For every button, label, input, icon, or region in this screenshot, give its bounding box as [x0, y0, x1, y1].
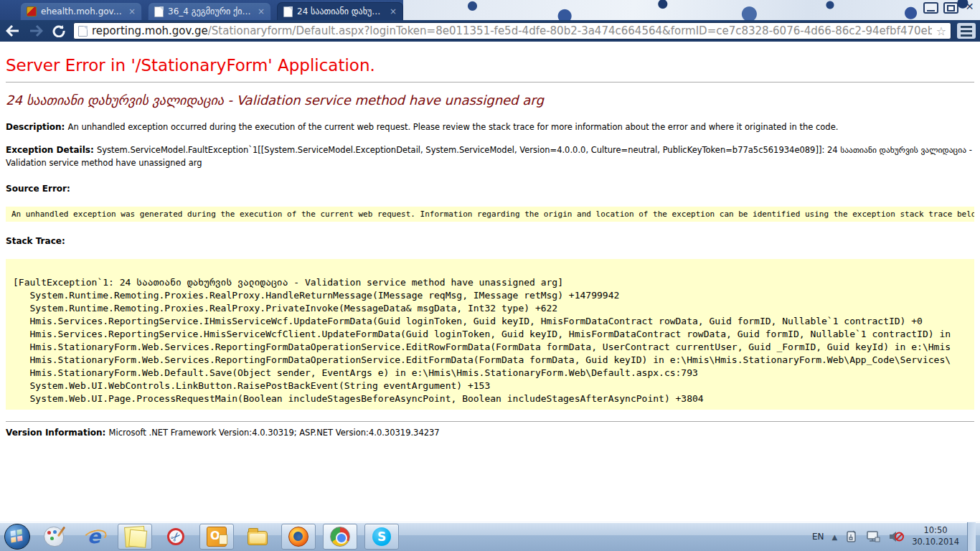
system-tray: EN ▲ 10:50 30.10.2014	[812, 522, 979, 551]
skype-icon: S	[372, 527, 391, 546]
source-error-heading: Source Error:	[6, 179, 974, 197]
url-host: reporting.moh.gov.ge	[92, 24, 208, 37]
restore-button[interactable]	[943, 2, 958, 14]
internet-explorer-icon: e	[85, 527, 103, 546]
tab-24h-closure-active[interactable]: 24 საათიანი დახურვის ვ ×	[277, 2, 403, 20]
page-icon	[283, 6, 293, 17]
reload-icon[interactable]	[50, 23, 67, 39]
tab-strip: ehealth.moh.gov.ge/Hmis × 36_4 გეგმიური …	[0, 0, 980, 20]
clock-date: 30.10.2014	[912, 537, 959, 548]
taskbar-clock[interactable]: 10:50 30.10.2014	[912, 525, 959, 547]
window-frame-wallpaper	[403, 0, 980, 20]
taskbar-apps: e S	[1, 524, 399, 550]
window-controls: ✕	[923, 2, 976, 14]
description-label: Description:	[6, 122, 68, 132]
error-message-subtitle: 24 საათიანი დახურვის ვალიდაცია - Validat…	[6, 93, 974, 108]
taskbar-snipping-tool-button[interactable]	[159, 524, 192, 549]
windows-taskbar: e S EN ▲ 10:50 30.10.2014	[0, 522, 980, 551]
language-indicator[interactable]: EN	[812, 532, 824, 542]
exception-details-paragraph: Exception Details: System.ServiceModel.F…	[6, 143, 974, 169]
tab-title: ehealth.moh.gov.ge/Hmis	[41, 6, 124, 17]
windows-explorer-icon	[248, 531, 268, 545]
page-icon	[154, 6, 164, 17]
clock-time: 10:50	[912, 525, 959, 537]
tab-close-icon[interactable]: ×	[128, 6, 136, 17]
version-text: Microsoft .NET Framework Version:4.0.303…	[109, 428, 440, 438]
chrome-menu-icon[interactable]	[957, 23, 976, 39]
description-paragraph: Description: An unhandled exception occu…	[6, 121, 974, 133]
url-path-query: /Stationaryform/Default.aspx?loginToken=…	[208, 24, 932, 37]
stack-trace-box: [FaultException`1: 24 საათიანი დახურვის …	[6, 259, 974, 410]
tab-surgery-form[interactable]: 36_4 გეგმიური ქირურგი ×	[148, 2, 271, 20]
taskbar-chrome-button[interactable]	[323, 524, 357, 550]
version-information: Version Information: Microsoft .NET Fram…	[6, 428, 974, 438]
firefox-icon	[288, 527, 308, 547]
stack-trace-heading: Stack Trace:	[6, 232, 974, 249]
network-icon[interactable]	[866, 530, 880, 543]
taskbar-firefox-button[interactable]	[281, 524, 316, 550]
browser-toolbar: reporting.moh.gov.ge/Stationaryform/Defa…	[0, 20, 980, 42]
tab-close-icon[interactable]: ×	[390, 6, 397, 17]
show-desktop-button[interactable]	[967, 522, 976, 551]
taskbar-outlook-button[interactable]	[199, 524, 234, 550]
minimize-button[interactable]	[923, 2, 938, 14]
exception-details-label: Exception Details:	[6, 145, 97, 155]
taskbar-skype-button[interactable]: S	[364, 524, 399, 550]
url-bar[interactable]: reporting.moh.gov.ge/Stationaryform/Defa…	[73, 22, 951, 39]
web-page-content: Server Error in '/StationaryForm' Applic…	[0, 42, 980, 522]
tab-ehealth[interactable]: ehealth.moh.gov.ge/Hmis ×	[20, 2, 142, 20]
snipping-tool-icon	[166, 527, 185, 546]
exception-details-text: System.ServiceModel.FaultException`1[[Sy…	[6, 145, 972, 167]
show-hidden-icons-icon[interactable]: ▲	[831, 533, 837, 541]
chrome-icon	[330, 527, 350, 547]
outlook-icon	[207, 527, 227, 547]
paint-icon	[44, 527, 64, 547]
volume-muted-icon[interactable]	[888, 530, 904, 543]
back-icon[interactable]	[4, 23, 22, 39]
divider	[6, 82, 974, 83]
url-text[interactable]: reporting.moh.gov.ge/Stationaryform/Defa…	[92, 24, 932, 37]
start-button[interactable]	[4, 524, 30, 550]
forward-icon[interactable]	[27, 23, 44, 39]
source-error-box: An unhandled exception was generated dur…	[6, 207, 974, 222]
taskbar-internet-explorer-button[interactable]: e	[77, 524, 110, 549]
description-text: An unhandled exception occurred during t…	[68, 122, 839, 132]
taskbar-explorer-button[interactable]	[241, 524, 274, 549]
taskbar-paint-button[interactable]	[37, 524, 70, 549]
server-error-title: Server Error in '/StationaryForm' Applic…	[6, 56, 974, 75]
windows-logo-icon	[11, 529, 23, 543]
divider	[6, 421, 974, 422]
tab-title: 36_4 გეგმიური ქირურგი	[168, 6, 253, 17]
version-label: Version Information:	[6, 428, 109, 438]
tab-title: 24 საათიანი დახურვის ვ	[297, 6, 382, 17]
taskbar-sticky-notes-button[interactable]	[118, 524, 152, 550]
stack-trace-text: [FaultException`1: 24 საათიანი დახურვის …	[13, 263, 967, 405]
bookmark-star-icon[interactable]: ☆	[936, 24, 946, 38]
device-eject-icon[interactable]	[845, 530, 858, 543]
georgia-emblem-icon	[27, 6, 37, 17]
page-icon	[78, 26, 88, 37]
tab-close-icon[interactable]: ×	[258, 6, 265, 17]
sticky-notes-icon	[124, 526, 146, 547]
close-button[interactable]: ✕	[963, 2, 976, 11]
